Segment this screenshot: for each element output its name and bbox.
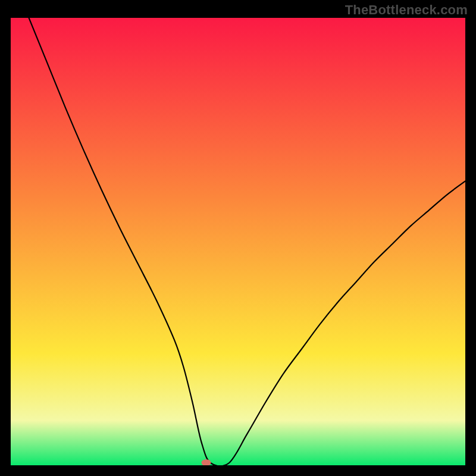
chart-svg <box>11 18 465 465</box>
watermark-text: TheBottleneck.com <box>345 2 468 18</box>
chart-frame: TheBottleneck.com <box>0 0 476 476</box>
plot-area <box>11 18 465 465</box>
gradient-background <box>11 18 465 465</box>
